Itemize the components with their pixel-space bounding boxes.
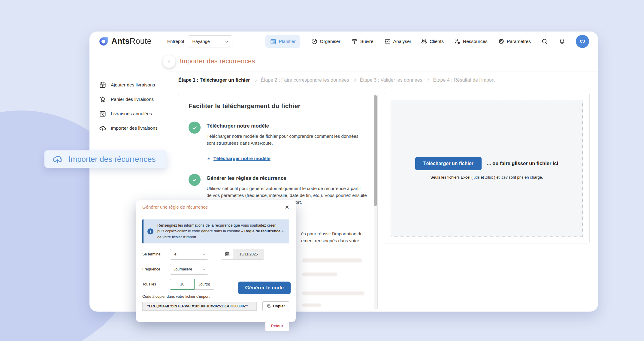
back-button[interactable]: [163, 55, 175, 68]
nav-item-ressources[interactable]: Ressources: [454, 38, 488, 45]
calendar-button[interactable]: [221, 249, 233, 259]
breadcrumb-step-3[interactable]: Étape 3 : Valider les données: [360, 77, 422, 83]
sidebar-item-label: Livraisons annulées: [111, 111, 152, 116]
sidebar-item-importer-recurrences-active[interactable]: Importer des récurrences: [44, 150, 167, 168]
person-gear-icon: [454, 38, 461, 45]
gauge-icon: [311, 38, 318, 45]
avatar[interactable]: CJ: [576, 35, 589, 48]
recurrence-modal: Générer une règle de récurrence × i Rens…: [136, 200, 296, 322]
nav-tabs: Planifier Organiser Suivre Analyser: [265, 35, 411, 48]
chart-icon: [384, 38, 391, 45]
check-circle-icon: [189, 174, 201, 186]
date-field[interactable]: 15/11/2025: [233, 249, 264, 259]
cloud-upload-icon: [99, 125, 106, 132]
nav-item-label: Clients: [430, 39, 444, 44]
chevron-down-icon: [202, 267, 205, 270]
sidebar-item-label: Ajouter des livraisons: [111, 82, 155, 88]
calendar-icon: [225, 252, 230, 257]
calendar-plus-icon: [99, 81, 106, 89]
breadcrumb-step-1[interactable]: Étape 1 : Télécharger un fichier: [178, 77, 250, 83]
download-icon: [207, 156, 211, 161]
nav-item-parametres[interactable]: Paramètres: [498, 38, 531, 45]
retour-button[interactable]: Retour: [265, 321, 289, 331]
dropzone-row: Télécharger un fichier ... ou faire glis…: [415, 157, 558, 170]
sidebar-item-livraisons-annulees[interactable]: Livraisons annulées: [89, 107, 169, 121]
interval-input[interactable]: [170, 279, 195, 290]
copy-button[interactable]: Copier: [262, 301, 289, 311]
nav-item-label: Paramètres: [507, 39, 531, 44]
breadcrumb-step-4[interactable]: Étape 4 : Résultat de l'import: [433, 77, 495, 83]
nav-item-label: Ressources: [463, 39, 488, 44]
copy-icon: [267, 304, 271, 308]
code-label: Code à copier dans votre fichier d'impor…: [142, 294, 289, 299]
obscured-text-line: [302, 291, 364, 295]
frequency-select[interactable]: Journalière: [170, 264, 208, 275]
calendar-icon: [270, 38, 277, 45]
modal-body: i Renseignez les informations de la récu…: [136, 214, 296, 311]
sidebar-item-panier-livraisons[interactable]: Panier des livraisons: [89, 92, 169, 107]
obscured-text-fragment: ement renseignés dans votre: [301, 238, 359, 243]
warehouse-select[interactable]: Hayange: [188, 35, 232, 47]
info-text-bold: Règle de récurrence: [244, 229, 280, 233]
file-drop-card: Télécharger un fichier ... ou faire glis…: [384, 93, 590, 243]
date-picker: 15/11/2025: [221, 249, 264, 260]
download-template-link[interactable]: Télécharger notre modèle: [207, 156, 367, 161]
breadcrumb: Étape 1 : Télécharger un fichier Étape 2…: [169, 71, 598, 89]
frequency-value: Journalière: [174, 267, 192, 271]
nav-item-clients[interactable]: Clients: [421, 38, 444, 45]
tab-label: Suivre: [360, 39, 373, 44]
top-navbar: AntsRoute Entrepôt Hayange Planifier Org…: [89, 32, 598, 51]
bell-icon[interactable]: [558, 38, 566, 45]
nav-right: Clients Ressources Paramètres: [421, 35, 589, 48]
file-types-hint: Seuls les fichiers Excel ( .xls et .xlsx…: [431, 175, 543, 180]
file-dropzone[interactable]: Télécharger un fichier ... ou faire glis…: [391, 100, 583, 237]
calendar-x-icon: [99, 110, 106, 117]
chevron-down-icon: [202, 252, 205, 255]
sidebar-item-label: Importer des récurrences: [68, 155, 156, 164]
clients-icon: [421, 38, 428, 45]
scrollbar-thumb[interactable]: [374, 95, 377, 206]
ends-value: le: [174, 252, 177, 256]
sidebar-item-importer-livraisons[interactable]: Importer des livraisons: [89, 121, 169, 135]
antsroute-logo-icon: [98, 36, 109, 47]
cart-download-icon: [99, 96, 106, 103]
modal-header: Générer une règle de récurrence ×: [136, 200, 296, 214]
warehouse-label: Entrepôt: [167, 39, 184, 44]
tab-label: Planifier: [279, 39, 296, 44]
tab-label: Organiser: [320, 39, 340, 44]
close-icon[interactable]: ×: [285, 204, 289, 211]
frequency-label: Fréquence: [142, 267, 170, 271]
chevron-right-icon: [254, 78, 257, 82]
modal-title: Générer une règle de récurrence: [142, 204, 208, 210]
tab-organiser[interactable]: Organiser: [311, 38, 340, 45]
tab-planifier[interactable]: Planifier: [265, 35, 300, 48]
obscured-text-line: [302, 273, 337, 276]
tab-suivre[interactable]: Suivre: [351, 38, 373, 45]
download-template-label: Télécharger notre modèle: [213, 156, 271, 161]
gear-icon: [498, 38, 505, 45]
drag-text: ... ou faire glisser un fichier ici: [487, 161, 558, 166]
brand-name: AntsRoute: [111, 37, 152, 46]
page-header: Importer des récurrences: [169, 51, 598, 71]
card-title: Faciliter le téléchargement du fichier: [189, 102, 367, 110]
chevron-left-icon: [168, 60, 171, 63]
search-icon[interactable]: [541, 38, 548, 45]
chevron-right-icon: [353, 78, 356, 82]
obscured-text-line: [302, 258, 362, 262]
sidebar-item-ajouter-livraisons[interactable]: Ajouter des livraisons: [89, 78, 169, 92]
cloud-upload-icon: [52, 154, 63, 164]
ends-label: Se termine: [142, 252, 170, 256]
code-field[interactable]: "FREQ=DAILY;INTERVAL=10;UNTIL=20251114T2…: [142, 302, 257, 311]
ends-select[interactable]: le: [170, 249, 208, 260]
frequency-row: Fréquence Journalière: [142, 264, 289, 275]
brand-logo[interactable]: AntsRoute: [98, 36, 152, 47]
modal-footer: Retour: [136, 317, 296, 335]
help-item-text: Télécharger notre modèle de fichier pour…: [207, 133, 367, 147]
generate-code-button[interactable]: Générer le code: [238, 282, 291, 294]
breadcrumb-step-2[interactable]: Étape 2 : Faire correspondre les données: [261, 77, 349, 83]
tab-analyser[interactable]: Analyser: [384, 38, 411, 45]
upload-file-button[interactable]: Télécharger un fichier: [415, 157, 482, 170]
interval-unit: Jour(s): [195, 279, 214, 290]
check-circle-icon: [189, 122, 201, 134]
ends-row: Se termine le 15/11/2025: [142, 249, 289, 260]
